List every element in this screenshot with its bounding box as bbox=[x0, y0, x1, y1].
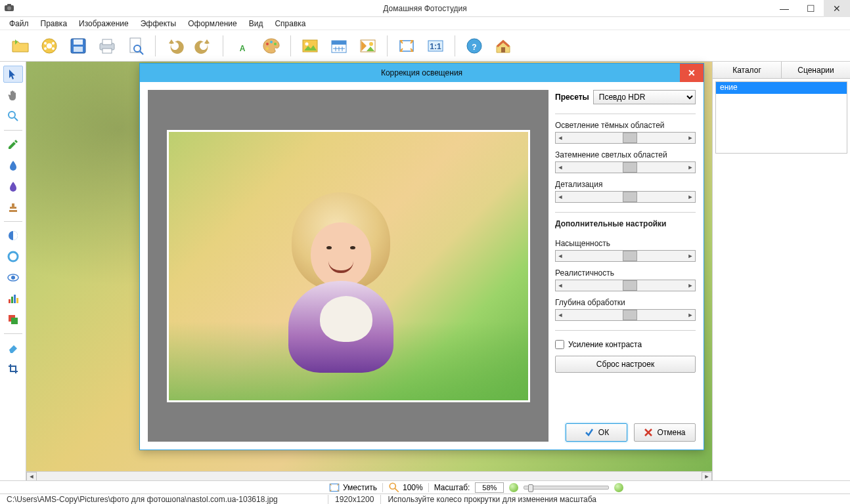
svg-point-24 bbox=[305, 42, 309, 45]
tool-stamp[interactable] bbox=[3, 199, 23, 216]
right-panel: Каталог Сценарии ение bbox=[712, 62, 850, 480]
zoom-100-button[interactable]: 100% bbox=[388, 482, 423, 494]
ok-button[interactable]: ОК bbox=[566, 423, 627, 442]
slider-saturation[interactable]: ◄► bbox=[555, 250, 696, 262]
preview-button[interactable] bbox=[122, 32, 150, 60]
check-icon bbox=[584, 427, 594, 438]
svg-rect-38 bbox=[501, 47, 505, 52]
svg-rect-26 bbox=[332, 41, 346, 45]
svg-point-52 bbox=[390, 483, 395, 489]
help-button[interactable]: ? bbox=[460, 32, 488, 60]
home-icon bbox=[493, 35, 514, 56]
slider-depth[interactable]: ◄► bbox=[555, 309, 696, 321]
svg-point-39 bbox=[9, 112, 15, 118]
tool-drop-purple[interactable] bbox=[3, 178, 23, 195]
close-button[interactable]: ✕ bbox=[824, 0, 850, 17]
svg-point-32 bbox=[369, 42, 373, 46]
tool-zoom[interactable] bbox=[3, 108, 23, 125]
minimize-button[interactable]: — bbox=[771, 0, 797, 17]
tab-catalog[interactable]: Каталог bbox=[713, 62, 782, 78]
zoom-100-button[interactable]: 1:1 bbox=[422, 32, 449, 60]
slider-lighten-shadows[interactable]: ◄► bbox=[555, 132, 696, 144]
redo-button[interactable] bbox=[190, 32, 217, 60]
slider-label: Затемнение светлых областей bbox=[555, 150, 696, 159]
drop-blue-icon bbox=[7, 159, 19, 171]
tab-scenarios[interactable]: Сценарии bbox=[782, 62, 850, 78]
contrast-icon bbox=[7, 230, 19, 242]
svg-rect-2 bbox=[7, 4, 11, 6]
palette-button[interactable] bbox=[257, 32, 285, 60]
status-hint: Используйте колесо прокрутки для изменен… bbox=[381, 495, 603, 504]
undo-button[interactable] bbox=[161, 32, 189, 60]
svg-text:?: ? bbox=[472, 43, 476, 52]
scenarios-list[interactable]: ение bbox=[715, 81, 847, 154]
menu-view[interactable]: Вид bbox=[244, 18, 269, 30]
maximize-button[interactable]: ☐ bbox=[797, 0, 824, 17]
tool-eraser[interactable] bbox=[3, 339, 23, 356]
tool-eyedropper[interactable] bbox=[3, 136, 23, 153]
effects-wheel-button[interactable] bbox=[35, 32, 63, 60]
cancel-button[interactable]: Отмена bbox=[634, 423, 696, 442]
layers-icon bbox=[7, 314, 19, 326]
tool-contrast[interactable] bbox=[3, 227, 23, 244]
menu-edit[interactable]: Правка bbox=[35, 18, 73, 30]
menu-file[interactable]: Файл bbox=[4, 18, 34, 30]
zoom-slider[interactable] bbox=[524, 486, 609, 490]
toolbar: A 1:1 ? bbox=[0, 30, 850, 62]
svg-rect-11 bbox=[74, 47, 83, 52]
slider-label: Детализация bbox=[555, 180, 696, 189]
menubar: Файл Правка Изображение Эффекты Оформлен… bbox=[0, 17, 850, 30]
dialog-preview-image bbox=[167, 130, 530, 402]
tool-drop-blue[interactable] bbox=[3, 157, 23, 174]
menu-help[interactable]: Справка bbox=[269, 18, 311, 30]
image-button[interactable] bbox=[296, 32, 324, 60]
contrast-boost-checkbox[interactable]: Усиление контраста bbox=[555, 340, 696, 349]
tool-layers[interactable] bbox=[3, 311, 23, 328]
tool-eye[interactable] bbox=[3, 269, 23, 286]
list-item[interactable]: ение bbox=[716, 82, 847, 94]
fit-icon bbox=[396, 35, 417, 56]
toolbox bbox=[0, 62, 26, 480]
fit-button[interactable] bbox=[393, 32, 420, 60]
canvas-scrollbar[interactable]: ◄ ► bbox=[26, 471, 712, 480]
menu-image[interactable]: Изображение bbox=[74, 18, 134, 30]
tool-levels[interactable] bbox=[3, 290, 23, 307]
presets-select[interactable]: Псевдо HDR bbox=[593, 90, 696, 104]
drop-purple-icon bbox=[7, 180, 19, 192]
print-button[interactable] bbox=[93, 32, 121, 60]
svg-point-1 bbox=[7, 7, 11, 10]
tool-hand[interactable] bbox=[3, 87, 23, 104]
tool-crop[interactable] bbox=[3, 360, 23, 377]
menu-decor[interactable]: Оформление bbox=[183, 18, 242, 30]
dialog-titlebar[interactable]: Коррекция освещения ✕ bbox=[140, 64, 704, 82]
zoom-in-button[interactable] bbox=[614, 483, 623, 492]
scroll-left[interactable]: ◄ bbox=[26, 472, 37, 481]
save-button[interactable] bbox=[64, 32, 92, 60]
scale-input[interactable] bbox=[475, 482, 504, 493]
slider-detail[interactable]: ◄► bbox=[555, 191, 696, 203]
slider-realism[interactable]: ◄► bbox=[555, 280, 696, 291]
home-button[interactable] bbox=[489, 32, 517, 60]
tool-hue[interactable] bbox=[3, 248, 23, 265]
menu-effects[interactable]: Эффекты bbox=[135, 18, 182, 30]
tool-pointer[interactable] bbox=[3, 66, 23, 83]
reset-button[interactable]: Сброс настроек bbox=[555, 356, 696, 373]
svg-point-7 bbox=[44, 47, 47, 50]
zoom-out-button[interactable] bbox=[509, 483, 518, 492]
slider-label: Осветление тёмных областей bbox=[555, 121, 696, 130]
lighting-correction-dialog: Коррекция освещения ✕ Пресеты Псевдо HDR bbox=[139, 63, 704, 450]
text-button[interactable]: A bbox=[229, 32, 256, 60]
scroll-right[interactable]: ► bbox=[702, 472, 712, 481]
open-button[interactable] bbox=[7, 32, 34, 60]
dialog-close-button[interactable]: ✕ bbox=[680, 64, 704, 82]
svg-point-21 bbox=[274, 43, 277, 45]
fit-zoom-button[interactable]: Уместить bbox=[328, 482, 377, 494]
redo-icon bbox=[193, 35, 214, 56]
calendar-button[interactable] bbox=[325, 32, 353, 60]
x-icon bbox=[644, 428, 653, 437]
slider-darken-highlights[interactable]: ◄► bbox=[555, 161, 696, 173]
fit-icon-sm bbox=[328, 482, 340, 494]
template-button[interactable] bbox=[354, 32, 382, 60]
titlebar: Домашняя Фотостудия — ☐ ✕ bbox=[0, 0, 850, 17]
wheel-icon bbox=[39, 35, 60, 56]
